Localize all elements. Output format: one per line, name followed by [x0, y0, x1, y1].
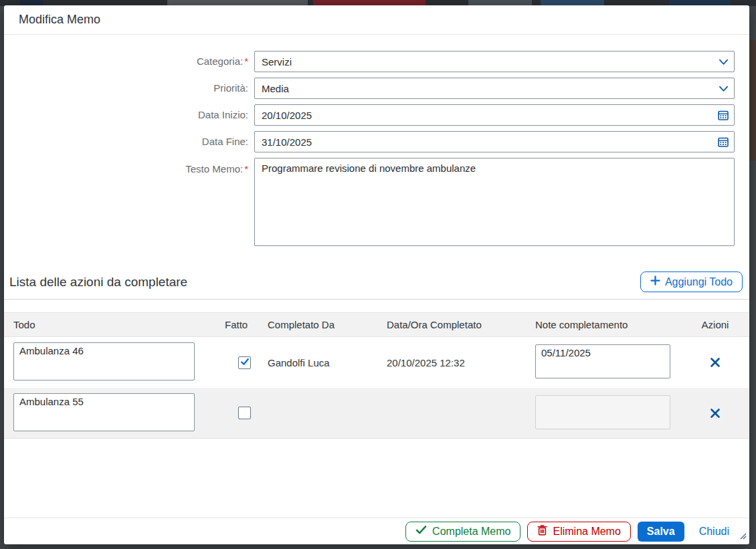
todo-text-input[interactable]: Ambulanza 46: [13, 342, 195, 380]
trash-icon: [537, 525, 547, 538]
fatto-checkbox-checked[interactable]: [238, 356, 251, 369]
priorita-label: Priorità:: [4, 78, 254, 99]
form-row-testo-memo: Testo Memo:* Programmare revisione di no…: [4, 158, 749, 249]
calendar-icon[interactable]: [718, 136, 729, 147]
col-header-completato-da: Completato Da: [253, 313, 372, 336]
data-inizio-input[interactable]: [254, 104, 735, 126]
todo-section-header: Lista delle azioni da completare Aggiung…: [4, 271, 749, 292]
todo-table-row: Ambulanza 46 Gandolfi Luca 20/10/2025 12…: [4, 337, 749, 388]
data-ora-value: 20/10/2025 12:32: [372, 357, 521, 368]
completa-memo-label: Completa Memo: [432, 526, 510, 538]
salva-label: Salva: [647, 526, 675, 538]
priorita-select[interactable]: [254, 78, 735, 99]
note-completamento-input[interactable]: 05/11/2025: [535, 344, 670, 378]
data-inizio-label: Data Inizio:: [4, 104, 254, 126]
delete-row-x-icon[interactable]: [710, 408, 721, 419]
completa-memo-button[interactable]: Completa Memo: [405, 522, 521, 542]
chiudi-button[interactable]: Chiudi: [696, 522, 732, 542]
col-header-data-ora: Data/Ora Completato: [372, 313, 521, 336]
categoria-label: Categoria:*: [4, 51, 254, 72]
chevron-down-icon[interactable]: [718, 56, 729, 67]
fatto-checkbox-unchecked[interactable]: [238, 407, 251, 419]
data-fine-label: Data Fine:: [4, 131, 254, 152]
completato-da-value: Gandolfi Luca: [253, 357, 372, 368]
chiudi-label: Chiudi: [699, 526, 729, 538]
elimina-memo-label: Elimina Memo: [553, 526, 620, 538]
elimina-memo-button[interactable]: Elimina Memo: [527, 522, 630, 542]
todo-table: Todo Fatto Completato Da Data/Ora Comple…: [4, 312, 749, 439]
salva-button[interactable]: Salva: [638, 522, 684, 542]
edit-memo-dialog: Modifica Memo Categoria:* Priorità: Data…: [4, 5, 749, 544]
calendar-icon[interactable]: [718, 110, 729, 120]
memo-form: Categoria:* Priorità: Data Inizio:: [4, 51, 749, 254]
form-row-data-fine: Data Fine:: [4, 131, 749, 152]
todo-section-title: Lista delle azioni da completare: [9, 275, 187, 290]
dialog-footer: Completa Memo Elimina Memo Salva Chiudi: [4, 518, 749, 544]
required-asterisk: *: [244, 163, 248, 175]
delete-row-x-icon[interactable]: [710, 357, 721, 368]
section-divider: [4, 299, 749, 300]
form-row-data-inizio: Data Inizio:: [4, 104, 749, 126]
col-header-fatto: Fatto: [210, 313, 253, 336]
chevron-down-icon[interactable]: [718, 83, 729, 94]
checkmark-icon: [240, 357, 250, 368]
add-todo-button[interactable]: Aggiungi Todo: [640, 271, 743, 292]
check-icon: [415, 525, 427, 538]
form-row-categoria: Categoria:*: [4, 51, 749, 72]
note-completamento-input-disabled: [535, 395, 670, 429]
todo-table-row: Ambulanza 55: [4, 388, 749, 439]
form-row-priorita: Priorità:: [4, 78, 749, 99]
resize-grip-icon[interactable]: [739, 530, 747, 542]
add-todo-label: Aggiungi Todo: [665, 276, 733, 288]
background-fragment: [749, 40, 756, 160]
testo-memo-textarea[interactable]: Programmare revisione di novembre ambula…: [254, 158, 735, 246]
dialog-header: Modifica Memo: [4, 5, 749, 35]
todo-table-header: Todo Fatto Completato Da Data/Ora Comple…: [4, 312, 749, 337]
plus-icon: [650, 276, 660, 288]
col-header-azioni: Azioni: [681, 313, 749, 336]
categoria-select[interactable]: [254, 51, 735, 72]
dialog-title: Modifica Memo: [19, 13, 100, 27]
data-fine-input[interactable]: [254, 131, 735, 152]
required-asterisk: *: [244, 56, 248, 67]
todo-text-input[interactable]: Ambulanza 55: [13, 393, 195, 431]
testo-memo-label: Testo Memo:*: [4, 158, 254, 249]
col-header-todo: Todo: [4, 313, 210, 336]
col-header-note: Note completamento: [521, 313, 681, 336]
